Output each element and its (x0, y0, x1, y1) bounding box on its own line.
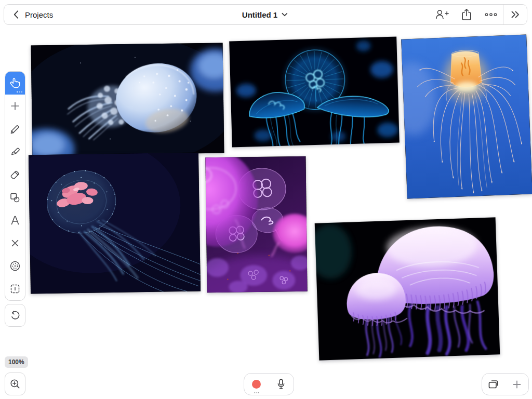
photo-spotted-jellyfish[interactable] (31, 43, 224, 155)
double-chevron-icon (509, 8, 522, 21)
shapes-icon (9, 191, 21, 204)
expand-sidebar-button[interactable] (503, 5, 527, 24)
microphone-icon (275, 378, 287, 391)
back-chevron-icon (11, 9, 21, 20)
x-icon (9, 237, 21, 249)
tool-select-area[interactable] (5, 277, 25, 300)
microphone-button[interactable] (269, 374, 294, 395)
chevron-down-icon (281, 10, 289, 19)
canvas[interactable] (0, 0, 532, 399)
record-dot (252, 380, 261, 389)
more-icon (484, 8, 498, 21)
spotted-jellyfish-art (31, 43, 224, 155)
tool-delete[interactable] (5, 232, 25, 255)
all-boards-button[interactable] (482, 374, 506, 395)
photo-glowing-moon-jellyfish[interactable] (229, 37, 400, 148)
orange-jellyfish-art (401, 34, 532, 198)
eraser-icon (9, 168, 21, 181)
document-title: Untitled 1 (242, 10, 277, 19)
zoom-in-button[interactable] (5, 373, 25, 395)
boards-icon (487, 378, 500, 391)
topbar-actions (430, 5, 527, 24)
plus-icon (9, 100, 21, 112)
photo-purple-jellyfish-group[interactable] (205, 156, 307, 292)
more-options-button[interactable] (478, 5, 503, 24)
photo-lavender-jellyfish-pair[interactable] (315, 217, 500, 360)
laser-pointer-icon (9, 260, 21, 272)
undo-button[interactable] (5, 304, 25, 327)
record-options-dots (254, 392, 259, 393)
tool-eraser[interactable] (5, 163, 25, 186)
tool-insert[interactable] (5, 95, 25, 117)
hand-icon (9, 77, 22, 90)
back-to-projects-button[interactable]: Projects (4, 5, 59, 24)
share-icon (460, 8, 473, 21)
boards-controls (482, 373, 529, 395)
pencil-icon (9, 123, 21, 135)
top-toolbar: Projects Untitled 1 (4, 4, 527, 25)
lavender-jellyfish-pair-art (315, 217, 500, 360)
tool-panel (5, 71, 25, 301)
add-collaborator-button[interactable] (430, 5, 454, 24)
purple-jellyfish-group-art (205, 156, 307, 292)
zoom-level-value: 100% (8, 358, 24, 366)
tool-highlighter[interactable] (5, 140, 25, 163)
tool-shapes[interactable] (5, 186, 25, 209)
new-board-button[interactable] (506, 374, 529, 395)
tool-hand[interactable] (5, 72, 25, 95)
highlighter-icon (9, 145, 21, 158)
document-title-menu[interactable]: Untitled 1 (242, 5, 289, 24)
back-label: Projects (25, 10, 53, 19)
photo-pink-crown-jellyfish[interactable] (29, 152, 201, 294)
tool-text[interactable] (5, 209, 25, 232)
magnifier-plus-icon (9, 378, 21, 390)
record-button[interactable] (244, 374, 269, 395)
add-person-icon (435, 8, 449, 21)
pink-crown-jellyfish-art (29, 152, 201, 294)
moon-jellyfish-art (229, 37, 400, 148)
share-button[interactable] (454, 5, 478, 24)
text-a-icon (9, 214, 21, 227)
plus-icon (511, 378, 523, 391)
tool-laser-pointer[interactable] (5, 255, 25, 277)
selection-rect-icon (9, 283, 21, 295)
zoom-level-badge[interactable]: 100% (5, 356, 28, 368)
tool-pencil[interactable] (5, 117, 25, 140)
tool-options-dots (17, 91, 22, 92)
undo-icon (9, 309, 21, 322)
freeform-canvas-app: { "colors": { "accent_blue": "#4189f5", … (0, 0, 532, 399)
photo-orange-jellyfish[interactable] (401, 34, 532, 198)
record-controls (244, 373, 294, 395)
